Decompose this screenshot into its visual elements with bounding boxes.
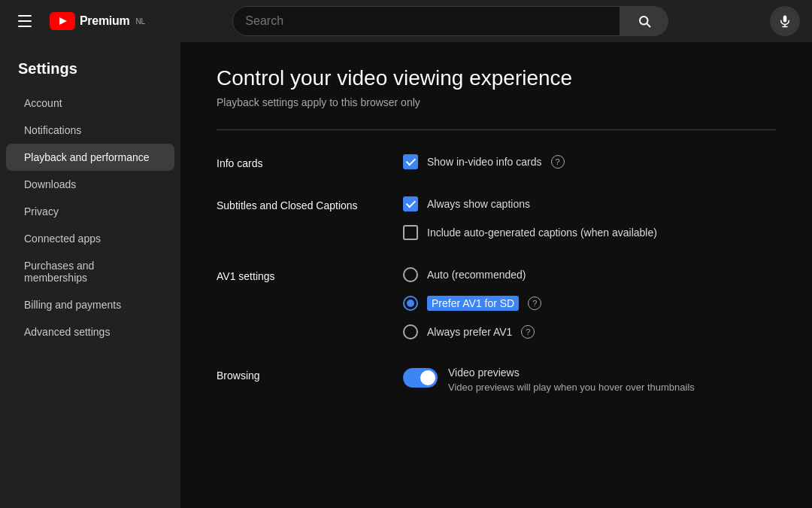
show-info-cards-checkbox[interactable] <box>403 154 418 169</box>
auto-generated-captions-label: Include auto-generated captions (when av… <box>427 227 657 239</box>
sidebar-item-label: Connected apps <box>24 233 101 245</box>
info-cards-controls: Show in-video info cards ? <box>403 154 776 169</box>
search-bar <box>232 6 620 36</box>
sidebar-item-label: Notifications <box>24 124 81 136</box>
subtitles-section: Subtitles and Closed Captions Always sho… <box>217 196 776 240</box>
av1-label: AV1 settings <box>217 267 367 339</box>
svg-line-3 <box>647 23 650 26</box>
section-divider <box>217 129 776 130</box>
subtitles-controls: Always show captions Include auto-genera… <box>403 196 776 240</box>
av1-prefer-sd-radio[interactable] <box>403 296 418 311</box>
sidebar: Settings Account Notifications Playback … <box>0 42 180 508</box>
always-show-captions-row: Always show captions <box>403 196 776 211</box>
browsing-label: Browsing <box>217 367 367 393</box>
sidebar-item-label: Billing and payments <box>24 299 121 311</box>
sidebar-item-label: Purchases and memberships <box>24 260 156 284</box>
sidebar-item-privacy[interactable]: Privacy <box>6 198 174 225</box>
sidebar-item-account[interactable]: Account <box>6 90 174 117</box>
video-previews-row: Video previews Video previews will play … <box>403 367 776 393</box>
page-title: Control your video viewing experience <box>217 66 776 90</box>
video-previews-text: Video previews Video previews will play … <box>448 367 695 393</box>
show-info-cards-row: Show in-video info cards ? <box>403 154 776 169</box>
nl-badge: NL <box>135 17 145 26</box>
topbar-left: PremiumNL <box>12 9 177 33</box>
sidebar-item-notifications[interactable]: Notifications <box>6 117 174 144</box>
info-cards-section: Info cards Show in-video info cards ? <box>217 154 776 169</box>
av1-always-row: Always prefer AV1 ? <box>403 324 776 339</box>
sidebar-item-playback[interactable]: Playback and performance <box>6 144 174 171</box>
auto-generated-captions-row: Include auto-generated captions (when av… <box>403 225 776 240</box>
video-previews-title: Video previews <box>448 367 695 379</box>
always-show-captions-checkbox[interactable] <box>403 196 418 211</box>
info-cards-help-icon[interactable]: ? <box>551 155 565 169</box>
page-subtitle: Playback settings apply to this browser … <box>217 96 776 108</box>
mic-button[interactable] <box>770 6 800 36</box>
av1-auto-label: Auto (recommended) <box>427 269 526 281</box>
auto-generated-captions-checkbox[interactable] <box>403 225 418 240</box>
sidebar-item-advanced[interactable]: Advanced settings <box>6 318 174 345</box>
sidebar-item-label: Advanced settings <box>24 326 110 338</box>
sidebar-item-billing[interactable]: Billing and payments <box>6 291 174 318</box>
hamburger-menu[interactable] <box>12 9 38 33</box>
subtitles-label: Subtitles and Closed Captions <box>217 196 367 240</box>
av1-prefer-sd-help-icon[interactable]: ? <box>528 297 541 310</box>
av1-always-help-icon[interactable]: ? <box>521 325 535 339</box>
av1-prefer-sd-row: Prefer AV1 for SD ? <box>403 296 776 311</box>
show-info-cards-label: Show in-video info cards <box>427 156 542 168</box>
search-button[interactable] <box>620 6 668 36</box>
search-input[interactable] <box>245 14 607 28</box>
av1-controls: Auto (recommended) Prefer AV1 for SD ? A… <box>403 267 776 339</box>
video-previews-desc: Video previews will play when you hover … <box>448 382 695 393</box>
sidebar-item-label: Account <box>24 97 62 109</box>
youtube-logo <box>50 12 75 30</box>
av1-section: AV1 settings Auto (recommended) Prefer A… <box>217 267 776 339</box>
sidebar-item-label: Downloads <box>24 178 76 190</box>
svg-rect-4 <box>783 16 787 23</box>
browsing-section: Browsing Video previews Video previews w… <box>217 367 776 393</box>
sidebar-item-label: Playback and performance <box>24 151 150 163</box>
browsing-controls: Video previews Video previews will play … <box>403 367 776 393</box>
av1-auto-radio[interactable] <box>403 267 418 282</box>
premium-label: Premium <box>80 14 129 28</box>
av1-prefer-sd-label: Prefer AV1 for SD <box>427 296 519 311</box>
sidebar-item-label: Privacy <box>24 205 59 217</box>
sidebar-item-connected[interactable]: Connected apps <box>6 225 174 252</box>
topbar: PremiumNL <box>0 0 812 42</box>
always-show-captions-label: Always show captions <box>427 198 530 210</box>
topbar-right <box>770 6 800 36</box>
video-previews-toggle[interactable] <box>403 368 438 388</box>
info-cards-label: Info cards <box>217 154 367 169</box>
logo-area: PremiumNL <box>50 12 145 30</box>
av1-auto-row: Auto (recommended) <box>403 267 776 282</box>
sidebar-item-downloads[interactable]: Downloads <box>6 171 174 198</box>
settings-title: Settings <box>0 54 180 90</box>
av1-always-radio[interactable] <box>403 324 418 339</box>
main-layout: Settings Account Notifications Playback … <box>0 42 812 508</box>
search-container <box>232 6 668 36</box>
sidebar-item-purchases[interactable]: Purchases and memberships <box>6 252 174 291</box>
av1-always-label: Always prefer AV1 <box>427 326 512 338</box>
content-area: Control your video viewing experience Pl… <box>180 42 812 508</box>
